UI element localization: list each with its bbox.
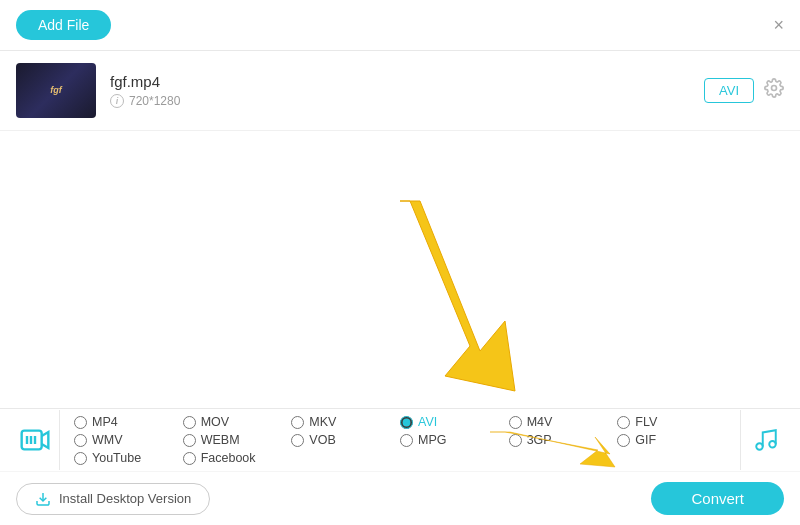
radio-facebook[interactable]: [183, 452, 196, 465]
radio-avi[interactable]: [400, 416, 413, 429]
format-flv[interactable]: FLV: [617, 415, 726, 429]
label-flv: FLV: [635, 415, 657, 429]
format-3gp[interactable]: 3GP: [509, 433, 618, 447]
format-gif[interactable]: GIF: [617, 433, 726, 447]
download-icon: [35, 491, 51, 507]
file-row: fgf fgf.mp4 i 720*1280 AVI: [0, 51, 800, 131]
radio-mov[interactable]: [183, 416, 196, 429]
radio-gif[interactable]: [617, 434, 630, 447]
file-controls: AVI: [704, 78, 784, 103]
add-file-button[interactable]: Add File: [16, 10, 111, 40]
file-name: fgf.mp4: [110, 73, 704, 90]
format-youtube[interactable]: YouTube: [74, 451, 183, 465]
install-label: Install Desktop Version: [59, 491, 191, 506]
file-dimensions: 720*1280: [129, 94, 180, 108]
radio-vob[interactable]: [291, 434, 304, 447]
format-mov[interactable]: MOV: [183, 415, 292, 429]
label-mpg: MPG: [418, 433, 446, 447]
radio-youtube[interactable]: [74, 452, 87, 465]
label-gif: GIF: [635, 433, 656, 447]
thumbnail-text: fgf: [50, 85, 62, 96]
radio-3gp[interactable]: [509, 434, 522, 447]
svg-marker-1: [400, 201, 515, 391]
music-icon: [753, 427, 779, 453]
radio-mkv[interactable]: [291, 416, 304, 429]
label-youtube: YouTube: [92, 451, 141, 465]
format-m4v[interactable]: M4V: [509, 415, 618, 429]
format-webm[interactable]: WEBM: [183, 433, 292, 447]
video-icon: [19, 424, 51, 456]
convert-button[interactable]: Convert: [651, 482, 784, 515]
action-bar: Install Desktop Version Convert: [0, 472, 800, 525]
close-button[interactable]: ×: [773, 16, 784, 34]
format-badge[interactable]: AVI: [704, 78, 754, 103]
label-m4v: M4V: [527, 415, 553, 429]
format-mpg[interactable]: MPG: [400, 433, 509, 447]
music-icon-box[interactable]: [740, 410, 790, 470]
info-icon[interactable]: i: [110, 94, 124, 108]
radio-m4v[interactable]: [509, 416, 522, 429]
format-mkv[interactable]: MKV: [291, 415, 400, 429]
svg-point-0: [772, 86, 777, 91]
radio-mpg[interactable]: [400, 434, 413, 447]
bottom-bar: MP4 MOV MKV AVI M4V FLV: [0, 408, 800, 525]
format-avi[interactable]: AVI: [400, 415, 509, 429]
video-icon-box[interactable]: [10, 410, 60, 470]
radio-mp4[interactable]: [74, 416, 87, 429]
arrow-graphic: [340, 191, 540, 401]
label-mov: MOV: [201, 415, 229, 429]
radio-webm[interactable]: [183, 434, 196, 447]
label-webm: WEBM: [201, 433, 240, 447]
radio-flv[interactable]: [617, 416, 630, 429]
file-thumbnail: fgf: [16, 63, 96, 118]
svg-point-6: [756, 443, 763, 450]
label-3gp: 3GP: [527, 433, 552, 447]
label-facebook: Facebook: [201, 451, 256, 465]
svg-point-7: [769, 441, 776, 448]
label-wmv: WMV: [92, 433, 123, 447]
format-wmv[interactable]: WMV: [74, 433, 183, 447]
label-vob: VOB: [309, 433, 335, 447]
label-mp4: MP4: [92, 415, 118, 429]
settings-button[interactable]: [764, 78, 784, 103]
format-vob[interactable]: VOB: [291, 433, 400, 447]
middle-area: [0, 131, 800, 371]
install-button[interactable]: Install Desktop Version: [16, 483, 210, 515]
format-options-grid: MP4 MOV MKV AVI M4V FLV: [60, 409, 740, 471]
top-bar: Add File ×: [0, 0, 800, 51]
format-mp4[interactable]: MP4: [74, 415, 183, 429]
format-bar: MP4 MOV MKV AVI M4V FLV: [0, 409, 800, 472]
format-facebook[interactable]: Facebook: [183, 451, 292, 465]
file-meta: i 720*1280: [110, 94, 704, 108]
file-info: fgf.mp4 i 720*1280: [96, 73, 704, 108]
label-avi: AVI: [418, 415, 437, 429]
radio-wmv[interactable]: [74, 434, 87, 447]
label-mkv: MKV: [309, 415, 336, 429]
